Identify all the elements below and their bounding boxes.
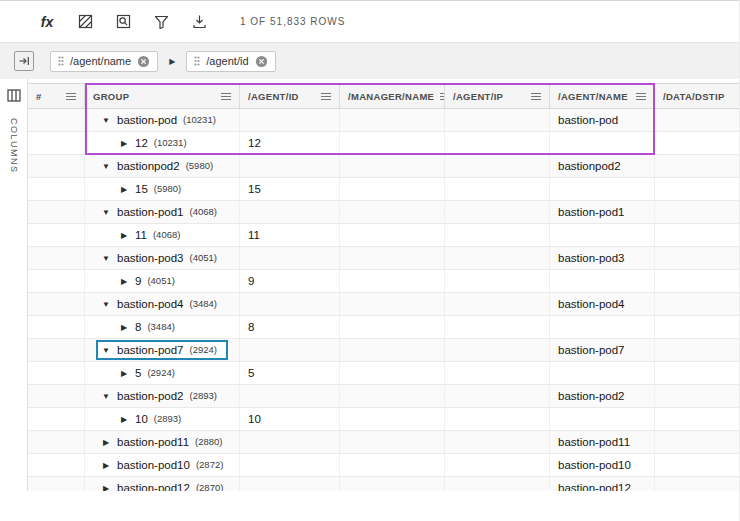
agent-id-cell — [240, 155, 340, 177]
table-row[interactable]: ▶ bastion-pod12 (2870) bastion-pod12 — [28, 477, 739, 491]
expand-arrow-icon[interactable]: ▼ — [101, 208, 111, 217]
table-row[interactable]: ▶ 5 (2924) 5 — [28, 362, 739, 385]
group-cell[interactable]: ▶ 5 (2924) — [85, 362, 240, 384]
group-cell[interactable]: ▶ bastion-pod10 (2872) — [85, 454, 240, 476]
agent-ip-cell — [445, 132, 550, 154]
group-cell[interactable]: ▶ 11 (4068) — [85, 224, 240, 246]
drag-handle-icon[interactable] — [58, 56, 64, 66]
column-header-agent-name[interactable]: /AGENT/NAME — [550, 84, 655, 108]
group-cell[interactable]: ▼ bastion-pod1 (4068) — [85, 201, 240, 223]
table-row[interactable]: ▶ 11 (4068) 11 — [28, 224, 739, 247]
table-row[interactable]: ▼ bastion-pod1 (4068) bastion-pod1 — [28, 201, 739, 224]
table-row[interactable]: ▼ bastion-pod2 (2893) bastion-pod2 — [28, 385, 739, 408]
table-row[interactable]: ▶ bastion-pod10 (2872) bastion-pod10 — [28, 454, 739, 477]
row-number-cell — [28, 247, 85, 269]
agent-ip-cell — [445, 270, 550, 292]
function-icon[interactable]: fx — [38, 13, 56, 31]
expand-arrow-icon[interactable]: ▶ — [101, 438, 111, 447]
table-row[interactable]: ▼ bastion-pod3 (4051) bastion-pod3 — [28, 247, 739, 270]
group-count: (4068) — [190, 206, 217, 217]
expand-arrow-icon[interactable]: ▼ — [101, 254, 111, 263]
column-header-group[interactable]: GROUP — [85, 84, 240, 108]
expand-arrow-icon[interactable]: ▼ — [101, 300, 111, 309]
group-cell[interactable]: ▶ 12 (10231) — [85, 132, 240, 154]
group-cell[interactable]: ▼ bastion-pod7 (2924) — [85, 339, 240, 361]
zoom-icon[interactable] — [114, 13, 132, 31]
column-header-manager-name[interactable]: /MANAGER/NAME — [340, 84, 445, 108]
row-number-cell — [28, 270, 85, 292]
column-menu-icon[interactable] — [321, 92, 331, 101]
main-area: COLUMNS # GROUP /AGENT/ID — [0, 79, 739, 491]
group-cell-content: ▼ bastionpod2 (5980) — [98, 158, 222, 174]
columns-tab-label[interactable]: COLUMNS — [9, 118, 19, 174]
data-dstip-cell — [655, 109, 739, 131]
group-cell[interactable]: ▼ bastion-pod3 (4051) — [85, 247, 240, 269]
filter-icon[interactable] — [152, 13, 170, 31]
agent-ip-cell — [445, 316, 550, 338]
expand-arrow-icon[interactable]: ▶ — [101, 484, 111, 492]
group-cell[interactable]: ▼ bastionpod2 (5980) — [85, 155, 240, 177]
table-row[interactable]: ▶ 8 (3484) 8 — [28, 316, 739, 339]
group-cell[interactable]: ▶ bastion-pod11 (2880) — [85, 431, 240, 453]
remove-chip-icon[interactable] — [255, 55, 268, 68]
agent-ip-cell — [445, 385, 550, 407]
expand-arrow-icon[interactable]: ▶ — [119, 369, 129, 378]
table-row[interactable]: ▶ bastion-pod11 (2880) bastion-pod11 — [28, 431, 739, 454]
panel-toggle-button[interactable] — [14, 51, 34, 71]
table-row[interactable]: ▼ bastion-pod4 (3484) bastion-pod4 — [28, 293, 739, 316]
group-chip-agent-name[interactable]: /agent/name — [50, 51, 158, 72]
column-menu-icon[interactable] — [636, 92, 646, 101]
table-row[interactable]: ▶ 9 (4051) 9 — [28, 270, 739, 293]
column-header-agent-ip[interactable]: /AGENT/IP — [445, 84, 550, 108]
expand-arrow-icon[interactable]: ▶ — [119, 185, 129, 194]
expand-arrow-icon[interactable]: ▼ — [101, 346, 111, 355]
remove-chip-icon[interactable] — [137, 55, 150, 68]
mask-icon[interactable] — [76, 13, 94, 31]
data-dstip-cell — [655, 247, 739, 269]
group-cell-content: ▶ bastion-pod11 (2880) — [98, 434, 232, 450]
agent-name-cell: bastion-pod3 — [550, 247, 655, 269]
agent-id-cell — [240, 293, 340, 315]
column-header-agent-id[interactable]: /AGENT/ID — [240, 84, 340, 108]
expand-arrow-icon[interactable]: ▶ — [101, 461, 111, 470]
group-cell[interactable]: ▶ bastion-pod12 (2870) — [85, 477, 240, 491]
column-menu-icon[interactable] — [221, 92, 231, 101]
agent-ip-cell — [445, 408, 550, 430]
expand-arrow-icon[interactable]: ▼ — [101, 162, 111, 171]
expand-arrow-icon[interactable]: ▶ — [119, 277, 129, 286]
expand-arrow-icon[interactable]: ▶ — [119, 139, 129, 148]
expand-arrow-icon[interactable]: ▶ — [119, 415, 129, 424]
table-row[interactable]: ▶ 10 (2893) 10 — [28, 408, 739, 431]
table-row[interactable]: ▶ 15 (5980) 15 — [28, 178, 739, 201]
expand-arrow-icon[interactable]: ▼ — [101, 392, 111, 401]
group-name: 15 — [135, 183, 148, 195]
group-cell[interactable]: ▼ bastion-pod2 (2893) — [85, 385, 240, 407]
expand-arrow-icon[interactable]: ▼ — [101, 116, 111, 125]
columns-icon[interactable] — [7, 89, 21, 102]
agent-id-cell — [240, 454, 340, 476]
group-cell[interactable]: ▼ bastion-pod (10231) — [85, 109, 240, 131]
column-menu-icon[interactable] — [66, 92, 76, 101]
column-header-data-dstip[interactable]: /DATA/DSTIP — [655, 84, 739, 108]
row-groups-bar: /agent/name ▶ /agent/id — [0, 43, 739, 79]
group-cell[interactable]: ▶ 10 (2893) — [85, 408, 240, 430]
column-menu-icon[interactable] — [531, 92, 541, 101]
group-cell-content: ▶ 8 (3484) — [116, 319, 184, 335]
group-cell[interactable]: ▶ 15 (5980) — [85, 178, 240, 200]
expand-arrow-icon[interactable]: ▶ — [119, 231, 129, 240]
group-cell[interactable]: ▶ 9 (4051) — [85, 270, 240, 292]
table-row[interactable]: ▼ bastionpod2 (5980) bastionpod2 — [28, 155, 739, 178]
expand-arrow-icon[interactable]: ▶ — [119, 323, 129, 332]
table-row[interactable]: ▼ bastion-pod7 (2924) bastion-pod7 — [28, 339, 739, 362]
group-name: 11 — [135, 229, 147, 241]
table-row[interactable]: ▶ 12 (10231) 12 — [28, 132, 739, 155]
agent-name-cell: bastion-pod — [550, 109, 655, 131]
agent-id-cell — [240, 477, 340, 491]
download-icon[interactable] — [190, 13, 208, 31]
table-row[interactable]: ▼ bastion-pod (10231) bastion-pod — [28, 109, 739, 132]
group-cell[interactable]: ▼ bastion-pod4 (3484) — [85, 293, 240, 315]
drag-handle-icon[interactable] — [194, 56, 200, 66]
column-header-row-number[interactable]: # — [28, 84, 85, 108]
group-chip-agent-id[interactable]: /agent/id — [186, 51, 275, 72]
group-cell[interactable]: ▶ 8 (3484) — [85, 316, 240, 338]
